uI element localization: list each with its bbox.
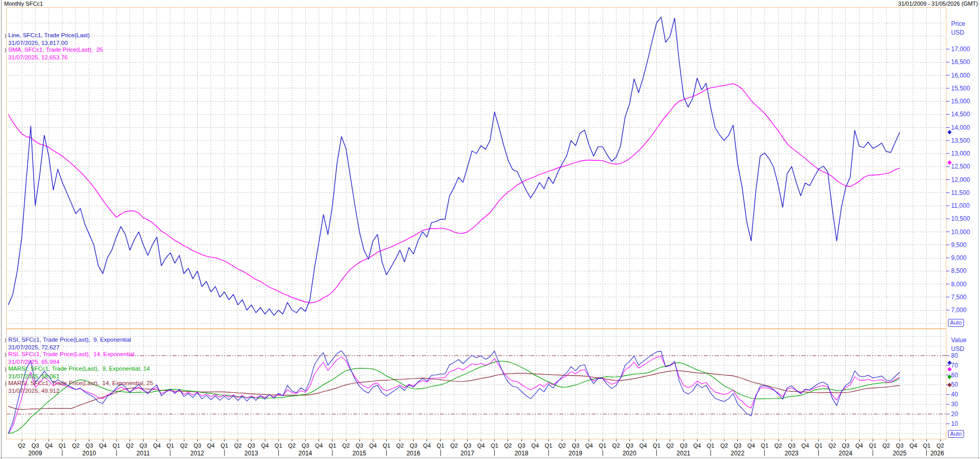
rsi-tick-label: 60	[951, 372, 958, 379]
x-quarter-label: Q2	[666, 442, 674, 449]
x-year-label: 2014	[298, 450, 312, 457]
x-year-label: 2015	[352, 450, 366, 457]
x-quarter-label: Q2	[288, 442, 296, 449]
rsi-tick-label: 10	[951, 420, 958, 427]
price-tick-label: 14,000	[951, 124, 970, 131]
rsi-axis-auto-button[interactable]: Auto	[948, 430, 964, 438]
x-quarter-label: Q4	[45, 442, 53, 449]
x-year-label: 2017	[461, 450, 475, 457]
x-quarter-label: Q1	[815, 442, 823, 449]
legend-expander-mark: )	[5, 337, 8, 344]
x-quarter-label: Q1	[167, 442, 175, 449]
x-quarter-label: Q2	[450, 442, 458, 449]
x-quarter-label: Q4	[801, 442, 809, 449]
x-quarter-label: Q4	[153, 442, 161, 449]
x-quarter-label: Q4	[207, 442, 215, 449]
x-quarter-label: Q4	[639, 442, 647, 449]
price-tick-label: 9,500	[951, 241, 967, 249]
x-quarter-label: Q3	[464, 442, 471, 449]
x-quarter-label: Q2	[126, 442, 134, 449]
x-quarter-label: Q2	[342, 442, 350, 449]
rsi-tick-label: 80	[951, 352, 958, 359]
x-quarter-label: Q1	[383, 442, 390, 449]
x-quarter-label: Q4	[369, 442, 377, 449]
price-tick-label: 9,000	[951, 254, 967, 262]
x-quarter-label: Q2	[937, 442, 944, 449]
x-quarter-label: Q4	[477, 442, 485, 449]
legend-expander-mark: )	[5, 47, 8, 54]
x-year-label: 2011	[136, 450, 150, 457]
x-quarter-label: Q1	[220, 442, 228, 449]
x-year-label: 2020	[623, 450, 637, 457]
chart-window: Monthly SFCc1 31/01/2009 - 31/05/2026 (G…	[0, 0, 980, 459]
x-year-label: 2019	[568, 450, 582, 457]
x-year-label: 2010	[82, 450, 96, 457]
legend-expander-mark: )	[5, 351, 8, 359]
x-quarter-label: Q3	[842, 442, 850, 449]
x-quarter-label: Q1	[437, 442, 445, 449]
x-quarter-label: Q4	[315, 442, 323, 449]
x-quarter-label: Q3	[139, 442, 147, 449]
x-year-label: 2022	[731, 450, 745, 457]
legend-value-row: 31/07/2025, 12,653.76	[8, 54, 103, 62]
x-year-label: 2012	[191, 450, 204, 457]
x-quarter-label: Q1	[707, 442, 715, 449]
rsi-tick-label: 20	[951, 410, 958, 418]
price-tick-label: 8,000	[951, 281, 967, 288]
price-tick-label: 16,500	[951, 58, 970, 66]
x-quarter-label: Q3	[572, 442, 579, 449]
x-quarter-label: Q3	[896, 442, 904, 449]
price-tick-label: 16,000	[951, 72, 970, 79]
legend-indicator-row: )SMA, SFCc1, Trade Price(Last), 25	[5, 47, 103, 54]
x-quarter-label: Q1	[923, 442, 931, 449]
x-quarter-label: Q1	[869, 442, 877, 449]
x-quarter-label: Q3	[788, 442, 796, 449]
x-year-label: 2023	[785, 450, 799, 457]
x-year-label: 2026	[930, 450, 944, 457]
x-quarter-label: Q1	[113, 442, 120, 449]
x-year-label: 2013	[244, 450, 258, 457]
legend-expander-mark: )	[5, 380, 8, 388]
legend-expander-mark: )	[5, 366, 8, 373]
x-quarter-label: Q4	[423, 442, 431, 449]
x-quarter-label: Q3	[31, 442, 39, 449]
price-tick-label: 17,000	[951, 45, 970, 53]
x-quarter-label: Q1	[275, 442, 282, 449]
x-year-label: 2016	[406, 450, 420, 457]
x-year-label: 2009	[28, 450, 42, 457]
legend-indicator-row: )RSI, SFCc1, Trade Price(Last), 14, Expo…	[5, 351, 153, 359]
rsi-tick-label: 40	[951, 391, 958, 398]
price-tick-label: 7,500	[951, 294, 967, 301]
x-quarter-label: Q4	[586, 442, 593, 449]
x-quarter-label: Q3	[302, 442, 309, 449]
x-year-label: 2025	[893, 450, 907, 457]
legend-value-row: 31/07/2025, 58.061	[8, 373, 153, 380]
legend-indicator-row: )MARSI, SFCc1, Trade Price(Last), 14, Ex…	[5, 380, 153, 388]
x-quarter-label: Q2	[18, 442, 26, 449]
x-quarter-label: Q2	[882, 442, 890, 449]
legend-expander-mark: )	[5, 33, 8, 40]
price-axis-title: Price	[951, 20, 966, 27]
price-tick-label: 10,000	[951, 228, 970, 236]
rsi-axis-title: Value	[951, 336, 967, 344]
x-quarter-label: Q3	[626, 442, 634, 449]
x-quarter-label: Q3	[194, 442, 201, 449]
x-quarter-label: Q3	[409, 442, 417, 449]
legend-value-row: 31/07/2025, 13,817.00	[8, 40, 103, 47]
price-axis-auto-button[interactable]: Auto	[948, 319, 964, 327]
x-quarter-label: Q2	[180, 442, 188, 449]
price-tick-label: 15,500	[951, 85, 970, 92]
x-quarter-label: Q4	[856, 442, 863, 449]
legend-indicator-row: )Line, SFCc1, Trade Price(Last)	[5, 32, 103, 40]
x-quarter-label: Q1	[653, 442, 660, 449]
x-quarter-label: Q4	[261, 442, 269, 449]
x-quarter-label: Q2	[72, 442, 80, 449]
price-tick-label: 14,500	[951, 111, 970, 118]
rsi-legend: )RSI, SFCc1, Trade Price(Last), 9, Expon…	[5, 336, 153, 394]
x-quarter-label: Q1	[761, 442, 769, 449]
legend-value-row: 31/07/2025, 65.994	[8, 359, 153, 366]
price-tick-label: 7,000	[951, 307, 967, 314]
price-tick-label: 15,000	[951, 98, 970, 105]
x-quarter-label: Q3	[86, 442, 93, 449]
x-quarter-label: Q3	[518, 442, 526, 449]
